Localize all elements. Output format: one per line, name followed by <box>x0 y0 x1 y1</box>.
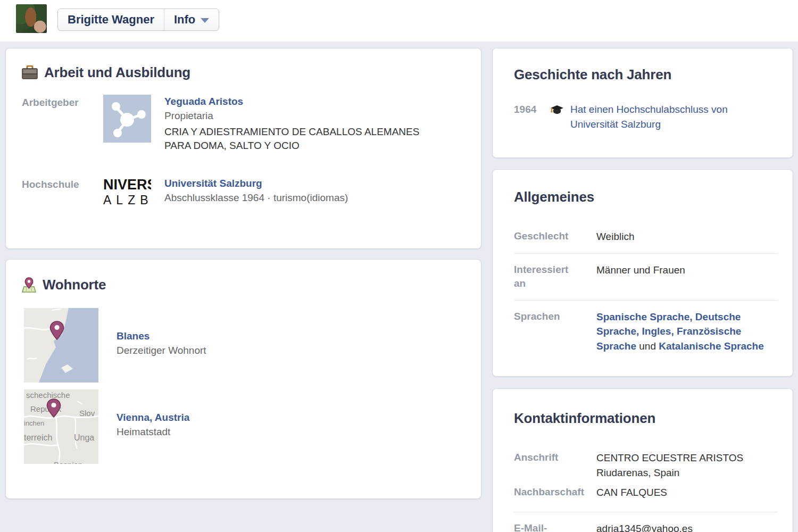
avatar[interactable] <box>16 4 47 33</box>
current-city-type: Derzeitiger Wohnort <box>117 345 206 356</box>
profile-name-button[interactable]: Brigitte Wagner <box>58 9 164 30</box>
employer-description: CRIA Y ADIESTRAMIENTO DE CABALLOS ALEMAN… <box>164 125 433 152</box>
neighborhood-row: Nachbarschaft CAN FALQUES <box>514 482 778 512</box>
college-info: Universität Salzburg Abschlussklasse 196… <box>164 177 348 204</box>
gender-label: Geschlecht <box>514 229 596 244</box>
general-card-title-text: Allgemeines <box>514 189 594 205</box>
college-link[interactable]: Universität Salzburg <box>164 178 262 189</box>
places-card: Wohnorte Blanes Derzeitiger Wohnort <box>5 259 481 499</box>
college-details: Abschlussklasse 1964 · turismo(idiomas) <box>164 192 348 204</box>
interested-row: Interessiert an Männer und Frauen <box>514 254 778 301</box>
employer-link[interactable]: Yeguada Aristos <box>164 96 243 107</box>
languages-label: Sprachen <box>514 310 596 324</box>
hometown-info: Vienna, Austria Heimatstadt <box>117 389 189 438</box>
gender-row: Geschlecht Weiblich <box>514 220 778 254</box>
top-bar: Brigitte Wagner Info <box>0 0 798 41</box>
chevron-down-icon <box>201 18 209 23</box>
interested-label: Interessiert an <box>514 263 596 291</box>
history-card: Geschichte nach Jahren 1964 Hat einen Ho… <box>492 48 793 158</box>
briefcase-icon <box>22 65 38 80</box>
employer-label: Arbeitgeber <box>22 95 103 109</box>
languages-last-link[interactable]: Katalanische Sprache <box>659 340 763 352</box>
contact-card: Kontaktinformationen Anschrift CENTRO EC… <box>492 388 793 532</box>
general-table: Geschlecht Weiblich Interessiert an Männ… <box>514 220 778 362</box>
gender-value: Weiblich <box>596 229 634 244</box>
map-pin-icon <box>22 277 36 293</box>
blanes-map-thumbnail[interactable] <box>24 308 98 383</box>
university-logo-text1: NIVERS <box>103 177 151 193</box>
address-value: CENTRO ECUESTRE ARISTOS Riudarenas, Spai… <box>596 451 743 480</box>
map-label: schechische <box>26 390 70 400</box>
work-card-title: Arbeit und Ausbildung <box>22 64 466 81</box>
profile-name: Brigitte Wagner <box>68 13 154 27</box>
address-line1: CENTRO ECUESTRE ARISTOS <box>596 451 743 466</box>
map-label: Slov <box>79 409 95 418</box>
company-placeholder-icon <box>103 95 151 143</box>
email-value: adria1345@yahoo.es <box>596 521 693 532</box>
neighborhood-value: CAN FALQUES <box>596 485 667 500</box>
hometown-link[interactable]: Vienna, Austria <box>117 412 189 423</box>
university-logo-text2: ALZB <box>103 193 151 208</box>
hometown-row: schechische Republik Slov inchen terreic… <box>24 389 466 464</box>
map-label: Unga <box>74 433 94 442</box>
general-card: Allgemeines Geschlecht Weiblich Interess… <box>492 169 793 377</box>
history-card-title-text: Geschichte nach Jahren <box>514 66 671 83</box>
employer-info: Yeguada Aristos Propietaria CRIA Y ADIES… <box>164 95 433 152</box>
email-row: E-Mail-Adresse adria1345@yahoo.es <box>514 512 778 532</box>
languages-conjunction: und <box>636 340 659 352</box>
email-label: E-Mail-Adresse <box>514 521 596 532</box>
contact-card-title-text: Kontaktinformationen <box>514 410 655 427</box>
vienna-map-thumbnail[interactable]: schechische Republik Slov inchen terreic… <box>24 389 98 464</box>
history-event-link[interactable]: Hat einen Hochschulabschluss von Univers… <box>570 102 730 131</box>
college-row: Hochschule NIVERS ALZB Universität Salzb… <box>22 177 466 213</box>
hometown-type: Heimatstadt <box>117 426 189 438</box>
info-tab-label: Info <box>174 13 195 27</box>
contact-card-title: Kontaktinformationen <box>514 410 778 427</box>
places-card-title: Wohnorte <box>22 277 466 293</box>
current-city-info: Blanes Derzeitiger Wohnort <box>117 308 206 356</box>
languages-row: Sprachen Spanische Sprache, Deutsche Spr… <box>514 301 778 363</box>
work-card-title-text: Arbeit und Ausbildung <box>44 64 190 81</box>
profile-nav: Brigitte Wagner Info <box>57 9 219 31</box>
history-row: 1964 Hat einen Hochschulabschluss von Un… <box>514 102 778 131</box>
current-city-row: Blanes Derzeitiger Wohnort <box>24 308 466 383</box>
history-card-title: Geschichte nach Jahren <box>514 66 778 83</box>
map-label: Bosnien <box>54 460 82 464</box>
employer-thumb[interactable] <box>103 95 151 143</box>
college-label: Hochschule <box>22 177 103 190</box>
history-year: 1964 <box>514 102 541 117</box>
university-logo: NIVERS ALZB <box>103 177 151 213</box>
places-card-title-text: Wohnorte <box>43 277 106 293</box>
work-education-card: Arbeit und Ausbildung Arbeitgeber Yeguad… <box>5 48 481 249</box>
contact-table: Anschrift CENTRO ECUESTRE ARISTOS Riudar… <box>514 442 778 532</box>
info-tab-button[interactable]: Info <box>164 9 219 30</box>
college-thumb[interactable]: NIVERS ALZB <box>103 177 151 213</box>
map-label: terreich <box>24 433 52 442</box>
address-line2: Riudarenas, Spain <box>596 466 743 480</box>
neighborhood-label: Nachbarschaft <box>514 485 596 500</box>
graduation-cap-icon <box>550 105 564 117</box>
employer-role: Propietaria <box>164 110 433 122</box>
address-label: Anschrift <box>514 451 596 465</box>
employer-row: Arbeitgeber Yeguada Aristos Propietaria … <box>22 95 466 152</box>
current-city-link[interactable]: Blanes <box>117 330 149 342</box>
general-card-title: Allgemeines <box>514 189 778 205</box>
interested-value: Männer und Frauen <box>596 263 685 278</box>
address-row: Anschrift CENTRO ECUESTRE ARISTOS Riudar… <box>514 442 778 482</box>
languages-value: Spanische Sprache, Deutsche Sprache, Ing… <box>596 310 778 354</box>
map-label: inchen <box>24 419 44 427</box>
